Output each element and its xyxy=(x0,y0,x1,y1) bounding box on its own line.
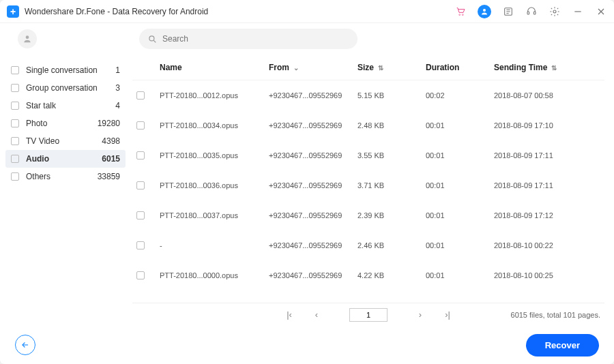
search-box[interactable] xyxy=(139,29,357,49)
sidebar-item-count: 19280 xyxy=(98,119,120,128)
pager-page-input[interactable] xyxy=(349,308,388,322)
cell-from: +9230467...09552969 xyxy=(269,241,357,249)
table-row[interactable]: PTT-20180...0012.opus+9230467...09552969… xyxy=(132,80,604,110)
cell-size: 3.55 KB xyxy=(357,151,426,160)
sidebar-item-single-conversation[interactable]: Single conversation1 xyxy=(5,61,126,79)
sort-icon: ⇅ xyxy=(551,64,557,72)
cell-time: 2018-08-09 17:11 xyxy=(494,151,604,160)
feedback-icon[interactable] xyxy=(502,5,514,18)
svg-point-1 xyxy=(462,14,463,15)
table-row[interactable]: PTT-20180...0034.opus+9230467...09552969… xyxy=(132,110,604,140)
close-icon[interactable] xyxy=(595,5,607,18)
svg-point-6 xyxy=(553,10,556,13)
cell-from: +9230467...09552969 xyxy=(269,151,357,160)
checkbox-icon[interactable] xyxy=(11,155,19,163)
sidebar-item-tv-video[interactable]: TV Video4398 xyxy=(5,132,126,150)
settings-icon[interactable] xyxy=(549,5,561,18)
checkbox-icon[interactable] xyxy=(11,102,19,110)
checkbox-icon[interactable] xyxy=(136,151,145,160)
pager-info: 6015 files, total 101 pages. xyxy=(511,311,600,319)
back-button[interactable] xyxy=(15,335,35,355)
checkbox-icon[interactable] xyxy=(136,91,145,100)
table-row[interactable]: PTT-20180...0035.opus+9230467...09552969… xyxy=(132,140,604,170)
svg-line-12 xyxy=(154,40,156,42)
svg-point-11 xyxy=(149,36,154,41)
sidebar: Single conversation1Group conversation3S… xyxy=(0,55,130,326)
col-from[interactable]: From⌄ xyxy=(269,63,357,72)
table-row[interactable]: PTT-20180...0000.opus+9230467...09552969… xyxy=(132,260,604,290)
table-body: PTT-20180...0012.opus+9230467...09552969… xyxy=(132,80,604,303)
checkbox-icon[interactable] xyxy=(11,172,19,181)
checkbox-icon[interactable] xyxy=(11,84,19,92)
table-row[interactable]: -+9230467...095529692.46 KB00:012018-08-… xyxy=(132,230,604,260)
cell-name: PTT-20180...0012.opus xyxy=(160,91,269,100)
cell-name: - xyxy=(160,241,269,249)
svg-point-0 xyxy=(459,14,460,15)
profile-icon[interactable] xyxy=(18,29,37,48)
pager-first-icon[interactable]: |‹ xyxy=(276,309,303,320)
user-avatar-icon[interactable] xyxy=(478,5,491,18)
checkbox-icon[interactable] xyxy=(136,241,145,249)
cell-size: 5.15 KB xyxy=(357,91,426,100)
table-row[interactable]: PTT-20180...0036.opus+9230467...09552969… xyxy=(132,170,604,200)
col-duration[interactable]: Duration xyxy=(426,63,494,72)
cell-duration: 00:01 xyxy=(426,121,494,130)
sidebar-item-count: 6015 xyxy=(102,154,120,164)
sidebar-item-photo[interactable]: Photo19280 xyxy=(5,115,126,132)
sidebar-item-audio[interactable]: Audio6015 xyxy=(5,150,126,168)
svg-point-2 xyxy=(483,9,486,12)
cell-duration: 00:01 xyxy=(426,151,494,160)
checkbox-icon[interactable] xyxy=(136,121,145,130)
checkbox-icon[interactable] xyxy=(11,66,19,74)
sidebar-item-count: 4398 xyxy=(102,136,120,146)
cell-from: +9230467...09552969 xyxy=(269,91,357,100)
sidebar-item-count: 3 xyxy=(115,83,120,93)
cell-time: 2018-08-10 00:25 xyxy=(494,271,604,279)
recover-button[interactable]: Recover xyxy=(526,334,599,357)
table-header: Name From⌄ Size⇅ Duration Sending Time⇅ xyxy=(132,55,604,80)
cell-duration: 00:01 xyxy=(426,241,494,249)
sidebar-item-count: 1 xyxy=(115,65,120,75)
support-icon[interactable] xyxy=(525,5,538,18)
col-sending-time[interactable]: Sending Time⇅ xyxy=(494,63,604,72)
checkbox-icon[interactable] xyxy=(136,181,145,189)
cell-time: 2018-08-09 17:11 xyxy=(494,181,604,189)
sidebar-item-group-conversation[interactable]: Group conversation3 xyxy=(5,79,126,97)
sidebar-item-label: Single conversation xyxy=(26,65,111,75)
table-row[interactable]: PTT-20180...0037.opus+9230467...09552969… xyxy=(132,200,604,230)
titlebar: + Wondershare Dr.Fone - Data Recovery fo… xyxy=(0,0,614,23)
cell-name: PTT-20180...0000.opus xyxy=(160,271,269,279)
checkbox-icon[interactable] xyxy=(136,271,145,279)
cart-icon[interactable] xyxy=(454,5,467,18)
cell-duration: 00:02 xyxy=(426,91,494,100)
pager-last-icon[interactable]: ›| xyxy=(434,309,461,320)
checkbox-icon[interactable] xyxy=(11,137,19,145)
sidebar-item-star-talk[interactable]: Star talk4 xyxy=(5,97,126,115)
checkbox-icon[interactable] xyxy=(136,211,145,219)
cell-duration: 00:01 xyxy=(426,271,494,279)
search-input[interactable] xyxy=(162,34,349,44)
pager-prev-icon[interactable]: ‹ xyxy=(303,309,330,320)
checkbox-icon[interactable] xyxy=(11,119,19,127)
cell-from: +9230467...09552969 xyxy=(269,271,357,279)
cell-time: 2018-08-10 00:22 xyxy=(494,241,604,249)
pager-next-icon[interactable]: › xyxy=(407,309,434,320)
svg-rect-5 xyxy=(533,12,536,14)
cell-name: PTT-20180...0034.opus xyxy=(160,121,269,130)
chevron-down-icon: ⌄ xyxy=(293,64,299,72)
col-name[interactable]: Name xyxy=(160,63,269,72)
cell-from: +9230467...09552969 xyxy=(269,211,357,219)
sort-icon: ⇅ xyxy=(378,64,383,72)
col-size[interactable]: Size⇅ xyxy=(357,63,426,72)
sidebar-item-others[interactable]: Others33859 xyxy=(5,168,126,185)
footer: Recover xyxy=(0,326,614,364)
pager: |‹ ‹ › ›| 6015 files, total 101 pages. xyxy=(132,303,604,326)
sidebar-item-label: Others xyxy=(26,172,93,181)
minimize-icon[interactable] xyxy=(572,5,584,18)
cell-size: 2.46 KB xyxy=(357,241,426,249)
sidebar-item-label: Star talk xyxy=(26,101,111,110)
cell-name: PTT-20180...0035.opus xyxy=(160,151,269,160)
cell-from: +9230467...09552969 xyxy=(269,121,357,130)
cell-size: 3.71 KB xyxy=(357,181,426,189)
content: Single conversation1Group conversation3S… xyxy=(0,55,614,326)
